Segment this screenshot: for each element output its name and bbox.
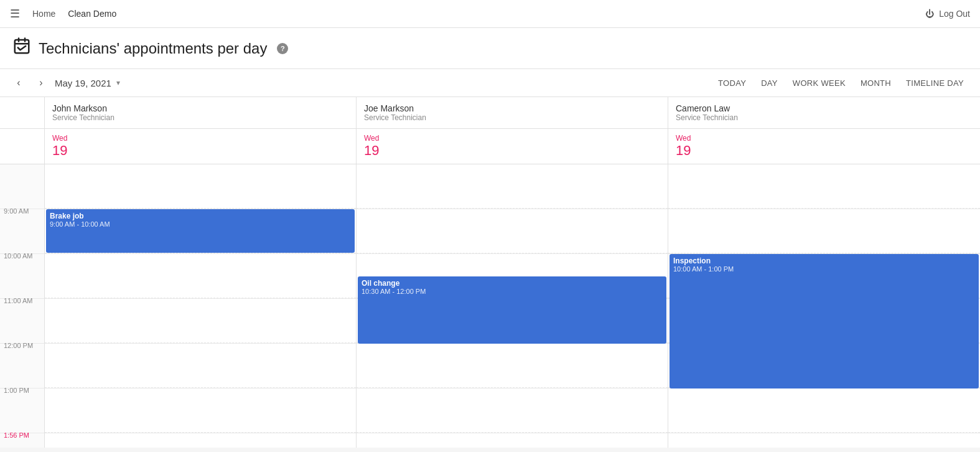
slot-cameron-empty[interactable] — [668, 164, 980, 209]
appointment-brake-job-time: 9:00 AM - 10:00 AM — [50, 220, 351, 228]
time-label-9am: 9:00 AM — [4, 207, 29, 215]
page-title: Technicians' appointments per day — [39, 40, 267, 57]
time-label-10am: 10:00 AM — [4, 252, 32, 260]
calendar-grid: John Markson Service Technician Joe Mark… — [0, 97, 980, 448]
appointment-oil-change-title: Oil change — [362, 279, 663, 288]
calendar-check-icon — [12, 37, 31, 60]
view-timelineday-button[interactable]: TIMELINE DAY — [900, 75, 970, 92]
help-icon[interactable]: ? — [277, 43, 288, 54]
appointment-inspection-title: Inspection — [673, 257, 975, 265]
time-slot-1pm-time: 1:00 PM — [0, 388, 45, 433]
date-row-joe: Wed 19 — [357, 129, 668, 164]
header-cameron-law: Cameron Law Service Technician — [668, 97, 980, 129]
date-row-john: Wed 19 — [45, 129, 357, 164]
date-num-joe: 19 — [364, 143, 660, 159]
slot-john-9am[interactable]: Brake job 9:00 AM - 10:00 AM — [45, 209, 357, 254]
top-nav-right: ⏻ Log Out — [925, 9, 970, 19]
time-label-12pm: 12:00 PM — [4, 342, 33, 349]
toolbar-left: ‹ › May 19, 2021 ▾ — [10, 74, 120, 92]
slot-cameron-1pm[interactable] — [668, 388, 980, 433]
toolbar-right: TODAY DAY WORK WEEK MONTH TIMELINE DAY — [712, 75, 970, 92]
view-month-button[interactable]: MONTH — [854, 75, 897, 92]
slot-john-10am[interactable] — [45, 254, 357, 299]
page-header: Technicians' appointments per day ? — [0, 28, 980, 69]
logout-icon: ⏻ — [925, 9, 934, 19]
slot-joe-9am[interactable] — [357, 209, 668, 254]
current-time-label: 1:56 PM — [4, 431, 29, 439]
time-slot-current-time: 1:56 PM — [0, 433, 45, 448]
calendar-toolbar: ‹ › May 19, 2021 ▾ TODAY DAY WORK WEEK M… — [0, 69, 980, 97]
view-day-button[interactable]: DAY — [755, 75, 784, 92]
appointment-inspection-time: 10:00 AM - 1:00 PM — [673, 265, 975, 273]
next-arrow[interactable]: › — [32, 74, 50, 92]
time-slot-9am-time: 9:00 AM — [0, 209, 45, 254]
date-day-cameron: Wed — [676, 134, 973, 143]
time-label-1pm: 1:00 PM — [4, 387, 29, 394]
appointment-oil-change[interactable]: Oil change 10:30 AM - 12:00 PM — [358, 276, 666, 344]
slot-john-current[interactable] — [45, 433, 357, 448]
prev-arrow[interactable]: ‹ — [10, 74, 27, 92]
slot-joe-empty[interactable] — [357, 164, 668, 209]
time-slot-12pm-time: 12:00 PM — [0, 344, 45, 388]
slot-joe-current[interactable] — [357, 433, 668, 448]
slot-john-12pm[interactable] — [45, 344, 357, 388]
header-joe-markson: Joe Markson Service Technician — [357, 97, 668, 129]
tech-role-john: Service Technician — [52, 113, 348, 122]
slot-john-1pm[interactable] — [45, 388, 357, 433]
view-workweek-button[interactable]: WORK WEEK — [786, 75, 852, 92]
appointment-inspection[interactable]: Inspection 10:00 AM - 1:00 PM — [670, 254, 979, 388]
slot-joe-1pm[interactable] — [357, 388, 668, 433]
slot-cameron-9am[interactable] — [668, 209, 980, 254]
tech-name-cameron: Cameron Law — [676, 103, 973, 113]
nav-home-link[interactable]: Home — [32, 9, 55, 19]
tech-role-joe: Service Technician — [364, 113, 660, 122]
top-nav-left: ☰ Home Clean Demo — [10, 7, 116, 21]
nav-demo-label: Clean Demo — [68, 9, 116, 19]
slot-john-11am[interactable] — [45, 299, 357, 344]
appointment-brake-job[interactable]: Brake job 9:00 AM - 10:00 AM — [46, 209, 355, 253]
tech-name-joe: Joe Markson — [364, 103, 660, 113]
logout-button[interactable]: Log Out — [939, 9, 970, 19]
appointment-oil-change-time: 10:30 AM - 12:00 PM — [362, 288, 663, 295]
header-john-markson: John Markson Service Technician — [45, 97, 357, 129]
appointment-brake-job-title: Brake job — [50, 212, 351, 220]
date-day-joe: Wed — [364, 134, 660, 143]
date-num-john: 19 — [52, 143, 348, 159]
date-row-spacer — [0, 129, 45, 164]
svg-rect-0 — [15, 40, 29, 53]
time-slot-empty-time — [0, 164, 45, 209]
slot-joe-10am[interactable]: Oil change 10:30 AM - 12:00 PM — [357, 254, 668, 299]
tech-name-john: John Markson — [52, 103, 348, 113]
top-nav: ☰ Home Clean Demo ⏻ Log Out — [0, 0, 980, 28]
view-today-button[interactable]: TODAY — [712, 75, 752, 92]
header-time-spacer — [0, 97, 45, 129]
menu-icon[interactable]: ☰ — [10, 7, 20, 21]
slot-cameron-current[interactable] — [668, 433, 980, 448]
tech-role-cameron: Service Technician — [676, 113, 973, 122]
time-label-11am: 11:00 AM — [4, 297, 32, 304]
date-label[interactable]: May 19, 2021 ▾ — [55, 78, 120, 88]
date-text: May 19, 2021 — [55, 78, 111, 88]
date-day-john: Wed — [52, 134, 348, 143]
slot-cameron-10am[interactable]: Inspection 10:00 AM - 1:00 PM — [668, 254, 980, 299]
slot-john-empty[interactable] — [45, 164, 357, 209]
dropdown-icon: ▾ — [116, 78, 120, 87]
date-row-cameron: Wed 19 — [668, 129, 980, 164]
time-slot-11am-time: 11:00 AM — [0, 299, 45, 344]
time-slot-10am-time: 10:00 AM — [0, 254, 45, 299]
slot-joe-12pm[interactable] — [357, 344, 668, 388]
date-num-cameron: 19 — [676, 143, 973, 159]
calendar-grid-wrapper: John Markson Service Technician Joe Mark… — [0, 97, 980, 448]
